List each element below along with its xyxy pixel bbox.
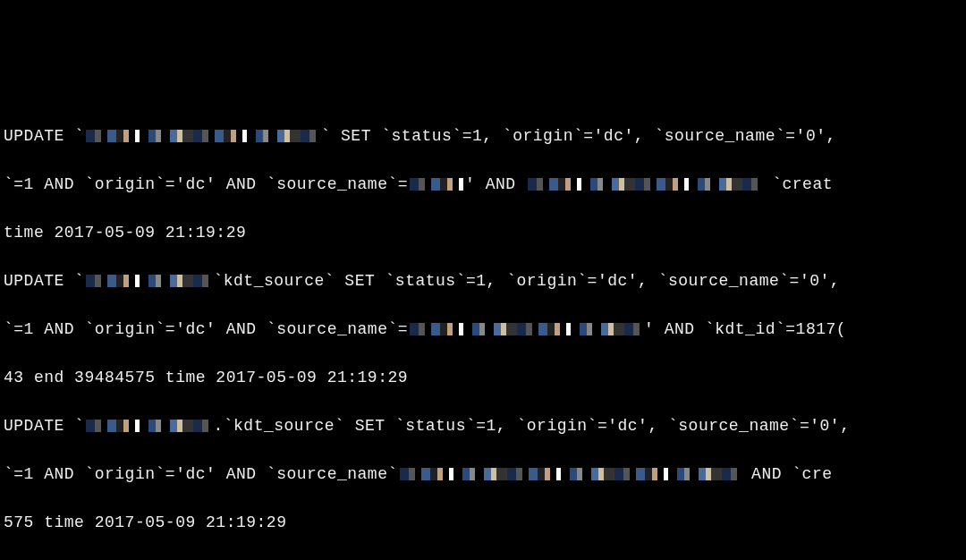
timestamp-line: time 2017-05-09 21:19:29 bbox=[4, 224, 246, 242]
log-line: `=1 AND `origin`='dc' AND `source_name`=… bbox=[4, 318, 962, 342]
log-line: `=1 AND `origin`='dc' AND `source_name`=… bbox=[4, 173, 962, 197]
terminal-output: UPDATE `` SET `status`=1, `origin`='dc',… bbox=[4, 100, 962, 560]
sql-fragment: `kdt_source` SET `status`=1, `origin`='d… bbox=[213, 272, 840, 290]
timestamp-line: 575 time 2017-05-09 21:19:29 bbox=[4, 513, 286, 531]
log-line: 43 end 39484575 time 2017-05-09 21:19:29 bbox=[4, 366, 962, 390]
redacted-block bbox=[410, 178, 463, 191]
log-line: UPDATE ``kdt_source` SET `status`=1, `or… bbox=[4, 269, 962, 293]
log-line: time 2017-05-09 21:19:29 bbox=[4, 221, 962, 245]
log-line: `=1 AND `origin`='dc' AND `source_name` … bbox=[4, 462, 962, 487]
sql-fragment: UPDATE ` bbox=[4, 127, 84, 145]
sql-fragment: ' AND bbox=[465, 175, 526, 193]
log-line: 575 time 2017-05-09 21:19:29 bbox=[4, 511, 962, 535]
sql-fragment: UPDATE ` bbox=[4, 417, 84, 435]
sql-fragment: `=1 AND `origin`='dc' AND `source_name`= bbox=[4, 320, 408, 338]
sql-fragment: `=1 AND `origin`='dc' AND `source_name`= bbox=[4, 175, 408, 193]
timestamp-line: 43 end 39484575 time 2017-05-09 21:19:29 bbox=[4, 369, 408, 386]
redacted-block bbox=[410, 323, 642, 335]
sql-fragment: ' AND `kdt_id`=1817( bbox=[644, 320, 846, 338]
redacted-block bbox=[528, 178, 760, 191]
redacted-block bbox=[86, 275, 211, 287]
sql-fragment: `creat bbox=[762, 175, 833, 193]
sql-fragment: ` SET `status`=1, `origin`='dc', `source… bbox=[320, 127, 835, 145]
sql-fragment: UPDATE ` bbox=[4, 272, 84, 290]
sql-fragment: `=1 AND `origin`='dc' AND `source_name` bbox=[4, 465, 398, 483]
redacted-block bbox=[86, 420, 211, 432]
sql-fragment: AND `cre bbox=[741, 465, 833, 483]
redacted-block bbox=[86, 130, 318, 142]
sql-fragment: .`kdt_source` SET `status`=1, `origin`='… bbox=[213, 417, 850, 435]
log-line: UPDATE `` SET `status`=1, `origin`='dc',… bbox=[4, 124, 962, 148]
redacted-block bbox=[400, 468, 740, 480]
log-line: UPDATE `.`kdt_source` SET `status`=1, `o… bbox=[4, 414, 962, 438]
